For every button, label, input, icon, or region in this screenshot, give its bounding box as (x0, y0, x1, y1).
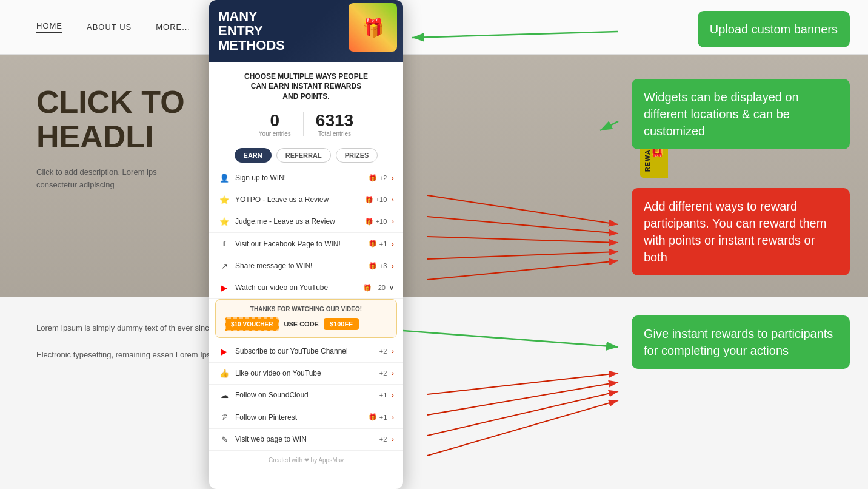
total-entries: 6313 Total entries (316, 111, 353, 137)
item-points: 🎁 +10 › (365, 196, 394, 204)
star-icon: ⭐ (218, 195, 230, 204)
widget-panel: MANY ENTRY METHODS 🎁 CHOOSE MULTIPLE WAY… (209, 0, 403, 489)
share-icon: ↗ (218, 261, 230, 271)
widget-header-text: MANY ENTRY METHODS (218, 9, 285, 53)
webpage-icon: ✎ (218, 435, 230, 444)
item-label: Follow on Pinterest (235, 413, 369, 422)
callout-banner: Upload custom banners (698, 11, 850, 47)
tab-prizes[interactable]: PRIZES (336, 148, 378, 163)
widget-tabs: EARN REFERRAL PRIZES (209, 143, 403, 167)
video-coupon: THANKS FOR WATCHING OUR VIDEO! $10 VOUCH… (215, 299, 397, 338)
callout-widgets: Widgets can be displayed on different lo… (632, 79, 850, 149)
item-points: 🎁 +10 › (365, 218, 394, 226)
widget-entries: 0 Your entries 6313 Total entries (209, 105, 403, 143)
widget-header-image: 🎁 (349, 3, 397, 52)
entries-divider (303, 112, 304, 136)
gift-icon: 🎁 (365, 196, 373, 204)
item-points: +2 › (379, 369, 394, 377)
nav-about[interactable]: ABOUT US (87, 22, 132, 32)
nav-home[interactable]: HOME (36, 21, 62, 33)
list-item[interactable]: 👤 Sign up to WIN! 🎁 +2 › (209, 167, 403, 189)
hero-headline: CLICK TO HEADLI (36, 85, 185, 154)
callout-instant: Give instant rewards to participants for… (632, 315, 850, 369)
list-item[interactable]: ✎ Visit web page to WIN +2 › (209, 429, 403, 451)
item-label: Like our video on YouTube (235, 369, 379, 377)
coupon-row: $10 VOUCHER USE CODE $100FF (225, 317, 387, 331)
hero-text: CLICK TO HEADLI Click to add description… (36, 85, 185, 192)
gift-icon: 🎁 (369, 413, 377, 421)
tab-referral[interactable]: REFERRAL (276, 148, 331, 163)
star-icon: ⭐ (218, 217, 230, 226)
list-item[interactable]: ⭐ YOTPO - Leave us a Review 🎁 +10 › (209, 189, 403, 211)
list-item[interactable]: f Visit our Facebook Page to WIN! 🎁 +1 › (209, 233, 403, 255)
item-points: +2 › (379, 348, 394, 355)
gift-icon: 🎁 (369, 174, 377, 182)
chevron-icon: › (392, 414, 394, 421)
chevron-icon: › (392, 174, 394, 181)
item-points: 🎁 +20 ∨ (363, 284, 394, 292)
item-label: Follow on SoundCloud (235, 391, 379, 399)
item-label: Visit web page to WIN (235, 435, 379, 443)
gift-icon: 🎁 (365, 218, 373, 226)
total-entries-count: 6313 (316, 111, 353, 130)
item-points: +1 › (379, 391, 394, 399)
item-label: Visit our Facebook Page to WIN! (235, 240, 369, 248)
gift-icon: 🎁 (363, 284, 372, 292)
chevron-icon: › (392, 240, 394, 248)
item-points: 🎁 +1 › (369, 413, 394, 421)
list-item[interactable]: 👍 Like our video on YouTube +2 › (209, 363, 403, 385)
widget-header: MANY ENTRY METHODS 🎁 (209, 0, 403, 62)
use-code-text: USE CODE (284, 320, 318, 328)
item-points: +2 › (379, 436, 394, 443)
chevron-icon: › (392, 391, 394, 399)
your-entries-label: Your entries (259, 130, 291, 137)
item-points: 🎁 +1 › (369, 240, 394, 248)
widget-footer: Created with ❤ by AppsMav (209, 451, 403, 470)
widget-list: 👤 Sign up to WIN! 🎁 +2 › ⭐ YOTPO - Leave… (209, 167, 403, 470)
coupon-title: THANKS FOR WATCHING OUR VIDEO! (225, 306, 387, 312)
chevron-icon: › (392, 348, 394, 355)
code-badge: $100FF (324, 318, 359, 330)
hero-description: Click to add description. Lorem ips cons… (36, 166, 158, 192)
gift-icon: 🎁 (369, 240, 377, 248)
soundcloud-icon: ☁ (218, 391, 230, 400)
item-label: Watch our video on YouTube (235, 283, 363, 292)
chevron-icon: › (392, 196, 394, 203)
list-item[interactable]: ☁ Follow on SoundCloud +1 › (209, 385, 403, 406)
widget-subtitle: CHOOSE MULTIPLE WAYS PEOPLE CAN EARN INS… (209, 62, 403, 105)
item-points: 🎁 +2 › (369, 174, 394, 182)
item-label: Sign up to WIN! (235, 174, 369, 182)
total-entries-label: Total entries (316, 130, 353, 137)
item-label: YOTPO - Leave us a Review (235, 195, 365, 204)
tab-earn[interactable]: EARN (235, 148, 272, 163)
youtube-icon: ▶ (218, 283, 230, 292)
list-item[interactable]: ▶ Subscribe to our YouTube Channel +2 › (209, 341, 403, 363)
nav-more[interactable]: MORE... (156, 22, 190, 32)
chevron-icon: › (392, 369, 394, 377)
list-item[interactable]: 𝓟 Follow on Pinterest 🎁 +1 › (209, 406, 403, 429)
item-label: Share message to WIN! (235, 261, 369, 270)
voucher-badge: $10 VOUCHER (225, 317, 279, 331)
chevron-icon: › (392, 436, 394, 443)
youtube-icon: ▶ (218, 347, 230, 356)
facebook-icon: f (218, 239, 230, 249)
signup-icon: 👤 (218, 174, 230, 183)
list-item[interactable]: ⭐ Judge.me - Leave us a Review 🎁 +10 › (209, 211, 403, 233)
item-label: Subscribe to our YouTube Channel (235, 347, 379, 356)
chevron-icon: › (392, 218, 394, 225)
pinterest-icon: 𝓟 (218, 413, 230, 422)
item-points: 🎁 +3 › (369, 262, 394, 270)
gift-icon: 🎁 (369, 262, 377, 270)
your-entries: 0 Your entries (259, 111, 291, 137)
item-label: Judge.me - Leave us a Review (235, 217, 365, 226)
list-item[interactable]: ▶ Watch our video on YouTube 🎁 +20 ∨ (209, 277, 403, 299)
chevron-icon: › (392, 262, 394, 269)
callout-reward-ways: Add different ways to reward participant… (632, 188, 850, 275)
thumbsup-icon: 👍 (218, 369, 230, 378)
your-entries-count: 0 (259, 111, 291, 130)
list-item[interactable]: ↗ Share message to WIN! 🎁 +3 › (209, 255, 403, 277)
